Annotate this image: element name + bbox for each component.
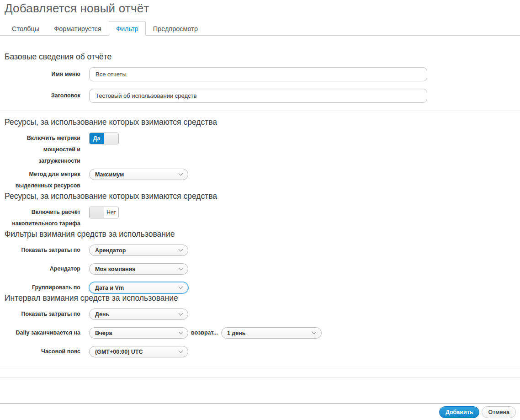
tab-filter[interactable]: Фильтр <box>109 21 146 36</box>
chevron-down-icon <box>179 285 183 289</box>
section-divider <box>0 111 520 111</box>
footer-toolbar: Добавить Отмена <box>0 403 520 420</box>
section-heading-metrics: Ресурсы, за использование которых взимаю… <box>5 117 520 127</box>
row-include-cumulative: Включить расчёт накопительного тарифа Не… <box>0 207 520 229</box>
row-tenant: Арендатор Моя компания <box>0 263 520 275</box>
metrics-method-label: Метод для метрик выделенных ресурсов <box>0 169 85 191</box>
add-button[interactable]: Добавить <box>439 406 480 418</box>
bottom-divider <box>0 377 520 378</box>
extension-label: возврат... <box>191 327 218 339</box>
row-menu-name: Имя меню <box>0 67 520 81</box>
menu-name-label: Имя меню <box>0 67 85 81</box>
row-include-metrics: Включить метрики мощностей и загруженнос… <box>0 133 520 167</box>
page-title: Добавляется новый отчёт <box>5 1 520 16</box>
row-report-title: Заголовок <box>0 89 520 103</box>
extension-select[interactable]: 1 день <box>221 327 322 339</box>
chevron-down-icon <box>179 247 183 252</box>
row-daily-ends-on: Daily заканчивается на Вчера возврат... … <box>0 327 520 339</box>
group-by-value: Дата и Vm <box>95 285 124 291</box>
timezone-value: (GMT+00:00) UTC <box>95 349 143 355</box>
section-heading-basic-info: Базовые сведения об отчёте <box>5 52 520 62</box>
show-costs-by-label: Показать затраты по <box>0 245 85 256</box>
chevron-down-icon <box>179 266 183 271</box>
tenant-value: Моя компания <box>95 266 136 272</box>
include-cumulative-label: Включить расчёт накопительного тарифа <box>0 207 85 229</box>
report-title-label: Заголовок <box>0 89 85 103</box>
group-by-label: Группировать по <box>0 282 85 293</box>
chevron-down-icon <box>179 330 183 335</box>
extension-value: 1 день <box>227 330 246 336</box>
toggle-on-label: Да <box>90 133 104 144</box>
timezone-label: Часовой пояс <box>0 346 85 357</box>
chevron-down-icon <box>179 311 183 316</box>
interval-show-costs-by-label: Показать затраты по <box>0 308 85 320</box>
tenant-label: Арендатор <box>0 263 85 275</box>
metrics-method-value: Максимум <box>95 171 124 178</box>
include-cumulative-toggle[interactable]: Нет <box>89 207 119 218</box>
toggle-off-label: Нет <box>104 207 118 218</box>
row-metrics-method: Метод для метрик выделенных ресурсов Мак… <box>0 169 520 191</box>
bottom-divider <box>0 368 520 368</box>
interval-show-costs-by-value: День <box>95 311 109 318</box>
section-heading-filters: Фильтры взимания средств за использовани… <box>5 229 520 239</box>
toggle-handle <box>104 133 118 144</box>
timezone-select[interactable]: (GMT+00:00) UTC <box>89 346 188 357</box>
row-show-costs-by: Показать затраты по Арендатор <box>0 245 520 256</box>
metrics-method-select[interactable]: Максимум <box>89 169 188 180</box>
chevron-down-icon <box>312 330 316 335</box>
tab-formatting[interactable]: Форматируется <box>47 21 109 36</box>
section-heading-cumulative: Ресурсы, за использование которых взимаю… <box>5 191 520 201</box>
cancel-button[interactable]: Отмена <box>482 406 516 418</box>
daily-ends-on-value: Вчера <box>95 330 112 336</box>
chevron-down-icon <box>179 349 183 353</box>
daily-ends-on-label: Daily заканчивается на <box>0 327 85 339</box>
section-heading-interval: Интервал взимания средств за использован… <box>5 293 520 303</box>
menu-name-input[interactable] <box>89 67 427 81</box>
tenant-select[interactable]: Моя компания <box>89 263 188 275</box>
interval-show-costs-by-select[interactable]: День <box>89 308 188 320</box>
group-by-select[interactable]: Дата и Vm <box>89 282 188 293</box>
report-title-input[interactable] <box>89 89 427 103</box>
tab-columns[interactable]: Столбцы <box>5 21 47 36</box>
toggle-handle <box>90 207 104 218</box>
row-interval-show-costs-by: Показать затраты по День <box>0 308 520 320</box>
include-metrics-toggle[interactable]: Да <box>89 133 119 144</box>
row-group-by: Группировать по Дата и Vm <box>0 282 520 293</box>
tabbar: Столбцы Форматируется Фильтр Предпросмот… <box>0 21 520 36</box>
include-metrics-label: Включить метрики мощностей и загруженнос… <box>0 133 85 167</box>
row-timezone: Часовой пояс (GMT+00:00) UTC <box>0 346 520 357</box>
tab-preview[interactable]: Предпросмотр <box>146 21 205 36</box>
show-costs-by-select[interactable]: Арендатор <box>89 245 188 256</box>
chevron-down-icon <box>179 171 183 176</box>
daily-ends-on-select[interactable]: Вчера <box>89 327 188 339</box>
show-costs-by-value: Арендатор <box>95 247 126 254</box>
